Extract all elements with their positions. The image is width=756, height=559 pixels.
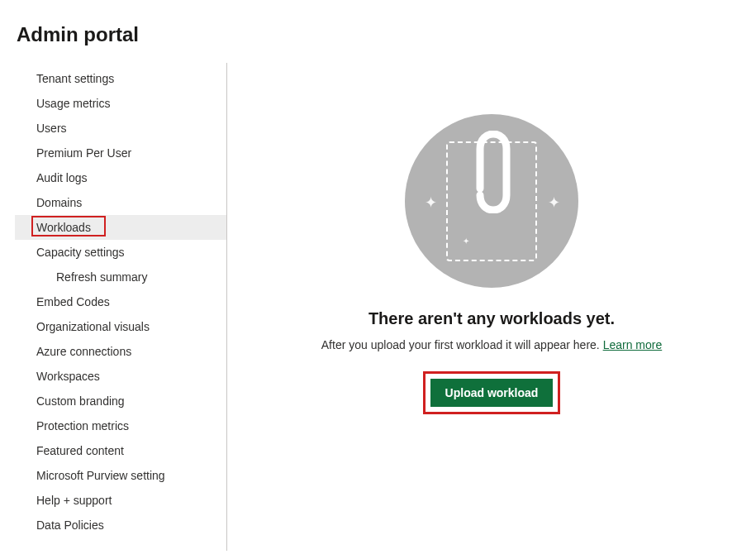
main-content: ✦ ✦ ✦ There aren't any workloads yet. Af…	[227, 63, 756, 551]
sparkle-icon: ✦	[425, 194, 437, 212]
sidebar-item-label: Custom branding	[36, 394, 125, 408]
sidebar-item-help-support[interactable]: Help + support	[15, 488, 226, 513]
sidebar-item-label: Microsoft Purview setting	[36, 469, 165, 482]
page-title: Admin portal	[0, 0, 756, 63]
paperclip-icon	[468, 131, 515, 213]
sidebar-item-azure-connections[interactable]: Azure connections	[15, 339, 226, 364]
sidebar-item-refresh-summary[interactable]: Refresh summary	[15, 265, 226, 289]
sidebar-item-microsoft-purview-setting[interactable]: Microsoft Purview setting	[15, 463, 226, 488]
sidebar-item-label: Featured content	[36, 444, 124, 457]
sidebar-item-label: Workloads	[36, 221, 91, 234]
sidebar-item-label: Data Policies	[36, 518, 104, 532]
sidebar-item-label: Help + support	[36, 494, 112, 507]
sidebar-item-label: Embed Codes	[36, 295, 110, 308]
sidebar-item-premium-per-user[interactable]: Premium Per User	[15, 141, 226, 165]
sidebar-item-featured-content[interactable]: Featured content	[15, 438, 226, 463]
sidebar-item-label: Protection metrics	[36, 419, 129, 432]
subtext-part: After you upload your first workload it …	[321, 338, 603, 351]
sidebar-item-users[interactable]: Users	[15, 116, 226, 141]
sidebar-item-usage-metrics[interactable]: Usage metrics	[15, 91, 226, 116]
sidebar-item-data-policies[interactable]: Data Policies	[15, 513, 226, 538]
empty-state-heading: There aren't any workloads yet.	[368, 309, 615, 328]
sidebar-item-label: Tenant settings	[36, 72, 114, 85]
sidebar-item-tenant-settings[interactable]: Tenant settings	[15, 66, 226, 91]
sidebar-item-embed-codes[interactable]: Embed Codes	[15, 289, 226, 314]
empty-state-subtext: After you upload your first workload it …	[321, 338, 662, 351]
sidebar-item-label: Usage metrics	[36, 97, 110, 110]
sidebar-item-custom-branding[interactable]: Custom branding	[15, 389, 226, 413]
sidebar-item-label: Organizational visuals	[36, 320, 150, 333]
sidebar-item-label: Refresh summary	[56, 270, 147, 284]
sidebar-item-workspaces[interactable]: Workspaces	[15, 364, 226, 389]
sidebar: Tenant settingsUsage metricsUsersPremium…	[0, 63, 227, 551]
sidebar-item-label: Audit logs	[36, 171, 87, 184]
sidebar-item-label: Premium Per User	[36, 146, 131, 160]
empty-illustration: ✦ ✦ ✦	[405, 114, 578, 288]
sidebar-item-label: Azure connections	[36, 345, 131, 358]
upload-highlight-box: Upload workload	[423, 371, 561, 414]
sidebar-item-audit-logs[interactable]: Audit logs	[15, 165, 226, 190]
sidebar-item-label: Users	[36, 122, 67, 135]
layout: Tenant settingsUsage metricsUsersPremium…	[0, 63, 756, 551]
sparkle-icon: ✦	[548, 194, 560, 212]
sidebar-item-label: Capacity settings	[36, 246, 125, 259]
sidebar-item-organizational-visuals[interactable]: Organizational visuals	[15, 314, 226, 339]
sidebar-item-capacity-settings[interactable]: Capacity settings	[15, 240, 226, 265]
sidebar-item-label: Workspaces	[36, 370, 100, 383]
sparkle-icon: ✦	[463, 236, 469, 246]
upload-workload-button[interactable]: Upload workload	[430, 379, 554, 407]
sidebar-list: Tenant settingsUsage metricsUsersPremium…	[15, 66, 226, 538]
sidebar-item-label: Domains	[36, 196, 82, 209]
learn-more-link[interactable]: Learn more	[603, 338, 663, 351]
sidebar-item-workloads[interactable]: Workloads	[15, 215, 226, 240]
sidebar-item-protection-metrics[interactable]: Protection metrics	[15, 413, 226, 438]
sidebar-item-domains[interactable]: Domains	[15, 190, 226, 215]
